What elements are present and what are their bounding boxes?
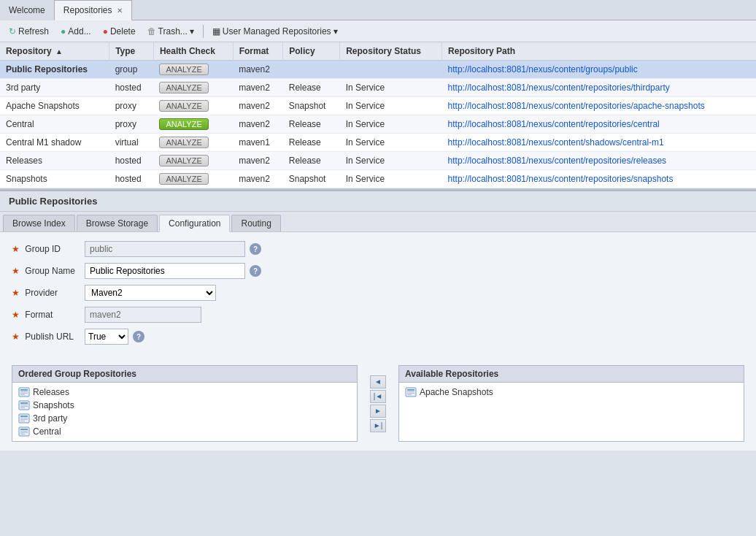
repo-path-link[interactable]: http://localhost:8081/nexus/content/repo… — [448, 101, 705, 111]
provider-label: ★ Provider — [12, 288, 85, 298]
tab-repositories[interactable]: Repositories ✕ — [54, 0, 132, 20]
repository-table-area: Repository ▲ Type Health Check Format Po… — [0, 42, 756, 190]
svg-rect-14 — [20, 421, 25, 421]
table-row[interactable]: Central M1 shadow virtual ANALYZE maven1… — [0, 134, 756, 152]
cell-path: http://localhost:8081/nexus/content/grou… — [442, 61, 756, 79]
ordered-repo-item[interactable]: Releases — [15, 386, 354, 399]
repo-path-link[interactable]: http://localhost:8081/nexus/content/repo… — [448, 83, 670, 93]
add-button[interactable]: ● Add... — [56, 25, 96, 38]
svg-rect-21 — [407, 389, 414, 391]
svg-rect-6 — [20, 402, 28, 404]
table-row[interactable]: Central proxy ANALYZE maven2 Release In … — [0, 115, 756, 134]
analyze-button[interactable]: ANALYZE — [159, 64, 208, 75]
repo-path-link[interactable]: http://localhost:8081/nexus/content/shad… — [448, 137, 664, 148]
analyze-button[interactable]: ANALYZE — [159, 100, 208, 112]
refresh-button[interactable]: ↻ Refresh — [4, 25, 53, 38]
col-health-check[interactable]: Health Check — [153, 42, 233, 61]
col-format[interactable]: Format — [233, 42, 283, 61]
trash-icon: 🗑 — [147, 26, 156, 37]
group-name-help-icon[interactable]: ? — [250, 265, 261, 277]
svg-rect-4 — [20, 394, 25, 395]
group-id-input[interactable] — [85, 241, 245, 257]
table-row[interactable]: Apache Snapshots proxy ANALYZE maven2 Sn… — [0, 97, 756, 115]
delete-button[interactable]: ● Delete — [99, 25, 140, 38]
available-group-header: Available Repositories — [399, 366, 744, 383]
cell-repository: Snapshots — [0, 170, 109, 188]
col-path[interactable]: Repository Path — [442, 42, 756, 61]
analyze-button[interactable]: ANALYZE — [159, 173, 208, 185]
publish-url-help-icon[interactable]: ? — [133, 331, 144, 342]
publish-url-select[interactable]: True False — [85, 329, 128, 345]
cell-status: In Service — [340, 79, 442, 97]
move-to-start-button[interactable]: |◄ — [370, 390, 386, 403]
cell-health-check: ANALYZE — [153, 152, 233, 170]
cell-repository: 3rd party — [0, 79, 109, 97]
svg-rect-9 — [20, 407, 25, 408]
repo-icon — [18, 426, 30, 437]
cell-path: http://localhost:8081/nexus/content/repo… — [442, 79, 756, 97]
toolbar-separator — [203, 25, 204, 38]
table-row[interactable]: Snapshots hosted ANALYZE maven2 Snapshot… — [0, 170, 756, 188]
cell-status: In Service — [340, 134, 442, 152]
ordered-repo-item[interactable]: Central — [15, 425, 354, 438]
cell-repository: Public Repositories — [0, 61, 109, 79]
svg-rect-19 — [20, 434, 25, 434]
tab-browse-index[interactable]: Browse Index — [3, 215, 75, 231]
sort-arrow-icon: ▲ — [55, 47, 63, 55]
group-name-input[interactable] — [85, 263, 245, 279]
cell-path: http://localhost:8081/nexus/content/repo… — [442, 97, 756, 115]
repo-path-link[interactable]: http://localhost:8081/nexus/content/repo… — [448, 119, 660, 129]
analyze-button[interactable]: ANALYZE — [159, 137, 208, 148]
repo-icon — [405, 387, 417, 397]
cell-policy: Release — [283, 79, 340, 97]
cell-health-check: ANALYZE — [153, 97, 233, 115]
repo-path-link[interactable]: http://localhost:8081/nexus/content/grou… — [448, 64, 638, 74]
tab-routing[interactable]: Routing — [231, 215, 280, 231]
ordered-repo-item[interactable]: Snapshots — [15, 399, 354, 412]
cell-type: virtual — [109, 134, 154, 152]
svg-rect-7 — [20, 405, 28, 405]
move-to-end-button[interactable]: ►| — [370, 419, 386, 432]
cell-type: hosted — [109, 79, 154, 97]
group-id-help-icon[interactable]: ? — [250, 243, 261, 255]
table-row[interactable]: 3rd party hosted ANALYZE maven2 Release … — [0, 79, 756, 97]
detail-panel-title: Public Repositories — [0, 191, 756, 212]
detail-panel: Public Repositories Browse Index Browse … — [0, 190, 756, 451]
cell-type: hosted — [109, 152, 154, 170]
svg-rect-12 — [20, 418, 28, 418]
user-managed-button[interactable]: ▦ User Managed Repositories ▾ — [208, 25, 342, 38]
available-repo-item[interactable]: Apache Snapshots — [402, 386, 741, 399]
repo-icon — [18, 400, 30, 410]
table-row[interactable]: Public Repositories group ANALYZE maven2… — [0, 61, 756, 79]
trash-button[interactable]: 🗑 Trash... ▾ — [143, 25, 198, 38]
tab-close-icon[interactable]: ✕ — [117, 7, 123, 15]
table-row[interactable]: Releases hosted ANALYZE maven2 Release I… — [0, 152, 756, 170]
tab-browse-storage[interactable]: Browse Storage — [77, 215, 158, 231]
analyze-button[interactable]: ANALYZE — [159, 155, 208, 166]
repo-path-link[interactable]: http://localhost:8081/nexus/content/repo… — [448, 156, 667, 166]
col-status[interactable]: Repository Status — [340, 42, 442, 61]
cell-format: maven2 — [233, 152, 283, 170]
analyze-button[interactable]: ANALYZE — [159, 118, 208, 130]
ordered-repo-item[interactable]: 3rd party — [15, 412, 354, 425]
tab-welcome[interactable]: Welcome — [0, 0, 54, 20]
repo-path-link[interactable]: http://localhost:8081/nexus/content/repo… — [448, 174, 674, 184]
cell-type: proxy — [109, 97, 154, 115]
cell-policy: Snapshot — [283, 97, 340, 115]
col-policy[interactable]: Policy — [283, 42, 340, 61]
provider-select[interactable]: Maven2 — [85, 285, 216, 301]
move-left-button[interactable]: ◄ — [370, 375, 386, 388]
cell-type: proxy — [109, 115, 154, 134]
cell-format: maven2 — [233, 170, 283, 188]
cell-repository: Central M1 shadow — [0, 134, 109, 152]
col-type[interactable]: Type — [109, 42, 154, 61]
cell-status: In Service — [340, 152, 442, 170]
analyze-button[interactable]: ANALYZE — [159, 82, 208, 93]
move-right-button[interactable]: ► — [370, 405, 386, 418]
cell-format: maven2 — [233, 97, 283, 115]
tab-configuration[interactable]: Configuration — [159, 215, 230, 232]
col-repository[interactable]: Repository ▲ — [0, 42, 109, 61]
svg-rect-22 — [407, 391, 414, 392]
repo-icon — [18, 413, 30, 424]
group-name-row: ★ Group Name ? — [12, 263, 744, 279]
